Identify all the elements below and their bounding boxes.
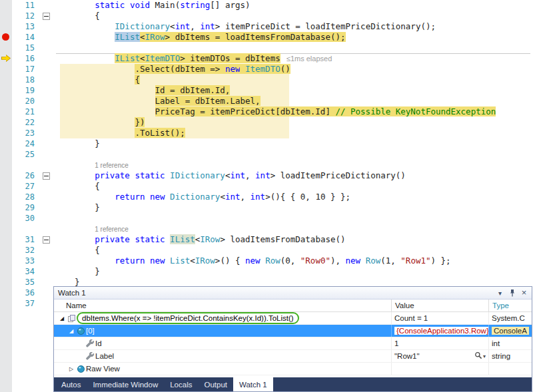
watch-value-cell[interactable]: 1 xyxy=(391,337,488,349)
code-line-31[interactable]: 31 private static IList<IRow> loadItemsF… xyxy=(0,234,533,245)
pin-icon[interactable] xyxy=(507,288,517,297)
collapse-toggle-icon[interactable] xyxy=(43,172,50,180)
magnifier-icon[interactable] xyxy=(474,351,482,361)
fold-margin xyxy=(35,0,55,11)
fold-margin xyxy=(35,277,55,288)
code-line-24[interactable]: 24 } xyxy=(0,138,533,149)
expander-collapsed-icon[interactable]: ▷ xyxy=(67,366,75,372)
line-number: 30 xyxy=(12,213,35,224)
code-text: } xyxy=(55,266,100,277)
code-line-12[interactable]: 12 { xyxy=(0,11,533,21)
code-text: private static IList<IRow> loadItemsFrom… xyxy=(55,234,346,245)
code-text: }) xyxy=(55,117,145,128)
visualizer-dropdown-icon[interactable]: ▾ xyxy=(483,353,486,359)
watch-item-type: System.C xyxy=(492,314,525,322)
line-number: 21 xyxy=(12,106,35,117)
code-line-20[interactable]: 20 Label = dbItem.Label, xyxy=(0,96,533,106)
code-line-25[interactable]: 25 xyxy=(0,149,533,160)
watch-value-cell[interactable]: Count = 1 xyxy=(391,312,488,324)
codelens-row[interactable]: 1 reference xyxy=(0,224,533,234)
code-text: } xyxy=(55,202,100,213)
line-number: 19 xyxy=(12,85,35,96)
watch-value-cell[interactable]: {ConsoleApplication3.Row} xyxy=(391,325,488,337)
watch-value-cell[interactable] xyxy=(391,363,488,375)
fold-margin xyxy=(35,181,55,192)
code-token: } xyxy=(55,277,80,287)
watch-row-0[interactable]: ◢dbItems.Where(x => !itemPriceDict.Conta… xyxy=(54,312,532,325)
tab-watch-1[interactable]: Watch 1 xyxy=(233,377,273,391)
watch-item-name[interactable]: [0] xyxy=(86,327,95,335)
code-line-13[interactable]: 13 IDictionary<int, int> itemPriceDict =… xyxy=(0,21,533,32)
code-token xyxy=(55,0,95,10)
tab-locals[interactable]: Locals xyxy=(164,377,198,391)
line-number: 11 xyxy=(12,0,35,11)
tab-output[interactable]: Output xyxy=(198,377,233,391)
line-number xyxy=(12,224,35,234)
expression-icon xyxy=(66,313,77,323)
tab-autos[interactable]: Autos xyxy=(55,377,87,391)
fold-margin xyxy=(35,21,55,32)
code-line-16[interactable]: 16 IList<ItemDTO> itemDTOs = dbItems ≤1m… xyxy=(0,53,533,64)
window-position-menu-icon[interactable]: ▾ xyxy=(495,288,505,297)
tab-immediate-window[interactable]: Immediate Window xyxy=(87,377,164,391)
code-line-26[interactable]: 26 private static IDictionary<int, int> … xyxy=(0,170,533,181)
fold-margin xyxy=(35,224,55,234)
code-line-32[interactable]: 32 { xyxy=(0,245,533,256)
watch-value-cell[interactable]: "Row1"▾ xyxy=(391,350,488,362)
code-token xyxy=(165,256,171,266)
column-header-name[interactable]: Name xyxy=(54,299,391,311)
watch-item-name[interactable]: Raw View xyxy=(86,365,120,373)
collapse-toggle-icon[interactable] xyxy=(43,236,50,244)
code-token: .Select(dbItem => xyxy=(135,64,225,74)
code-line-14[interactable]: 14 IList<IRow> dbItems = loadItemsFromDa… xyxy=(0,32,533,43)
code-token xyxy=(55,256,115,266)
code-line-15[interactable]: 15 xyxy=(0,43,533,53)
watch-item-name[interactable]: Label xyxy=(95,352,114,360)
code-token: Id = dbItem.Id, xyxy=(155,85,231,95)
watch-name-cell: Label xyxy=(54,350,391,362)
close-icon[interactable]: × xyxy=(519,288,529,297)
fold-margin xyxy=(35,117,55,128)
column-header-value[interactable]: Value xyxy=(391,299,488,311)
code-line-18[interactable]: 18 { xyxy=(0,75,533,85)
collapse-toggle-icon[interactable] xyxy=(43,13,50,20)
watch-item-name[interactable]: Id xyxy=(95,339,102,347)
fold-margin xyxy=(35,170,55,181)
watch-row-4[interactable]: ▷Raw View xyxy=(54,363,532,375)
code-line-19[interactable]: 19 Id = dbItem.Id, xyxy=(0,85,533,96)
expander-expanded-icon[interactable]: ◢ xyxy=(58,315,66,321)
code-token: Dictionary xyxy=(170,192,220,202)
fold-margin xyxy=(35,149,55,160)
code-line-33[interactable]: 33 return new List<IRow>() { new Row(0, … xyxy=(0,256,533,266)
code-line-11[interactable]: 11 static void Main(string[] args) xyxy=(0,0,533,11)
breakpoint-icon[interactable] xyxy=(2,33,9,41)
code-line-29[interactable]: 29 } xyxy=(0,202,533,213)
code-line-28[interactable]: 28 return new Dictionary<int, int>(){ { … xyxy=(0,192,533,202)
code-token: > dbItems = loadItemsFromDatabase(); xyxy=(165,32,346,42)
code-text: IList<ItemDTO> itemDTOs = dbItems ≤1ms e… xyxy=(55,53,332,64)
code-token: Row xyxy=(366,256,381,266)
watch-name-cell: ▷Raw View xyxy=(54,363,391,375)
codelens-row[interactable]: 1 reference xyxy=(0,160,533,170)
code-token xyxy=(55,117,135,127)
watch-item-name[interactable]: dbItems.Where(x => !itemPriceDict.Contai… xyxy=(82,314,294,323)
column-header-type[interactable]: Type xyxy=(488,299,532,311)
code-line-21[interactable]: 21 PriceTag = itemPriceDict[dbItem.Id] /… xyxy=(0,106,533,117)
code-line-34[interactable]: 34 } xyxy=(0,266,533,277)
fold-margin xyxy=(35,234,55,245)
code-line-30[interactable]: 30 xyxy=(0,213,533,224)
line-number: 26 xyxy=(12,170,35,181)
code-token xyxy=(55,128,135,138)
code-line-17[interactable]: 17 .Select(dbItem => new ItemDTO() xyxy=(0,64,533,75)
code-line-27[interactable]: 27 { xyxy=(0,181,533,192)
expander-expanded-icon[interactable]: ◢ xyxy=(67,328,75,334)
watch-row-1[interactable]: ◢[0]{ConsoleApplication3.Row}ConsoleA xyxy=(54,325,532,337)
fold-margin xyxy=(35,266,55,277)
code-line-22[interactable]: 22 }) xyxy=(0,117,533,128)
watch-expression-annotation: dbItems.Where(x => !itemPriceDict.Contai… xyxy=(77,312,299,324)
code-line-23[interactable]: 23 .ToList(); xyxy=(0,128,533,138)
code-token: }) xyxy=(135,117,145,127)
watch-row-3[interactable]: Label"Row1"▾string xyxy=(54,350,532,363)
line-number: 33 xyxy=(12,256,35,266)
watch-row-2[interactable]: Id1int xyxy=(54,337,532,350)
